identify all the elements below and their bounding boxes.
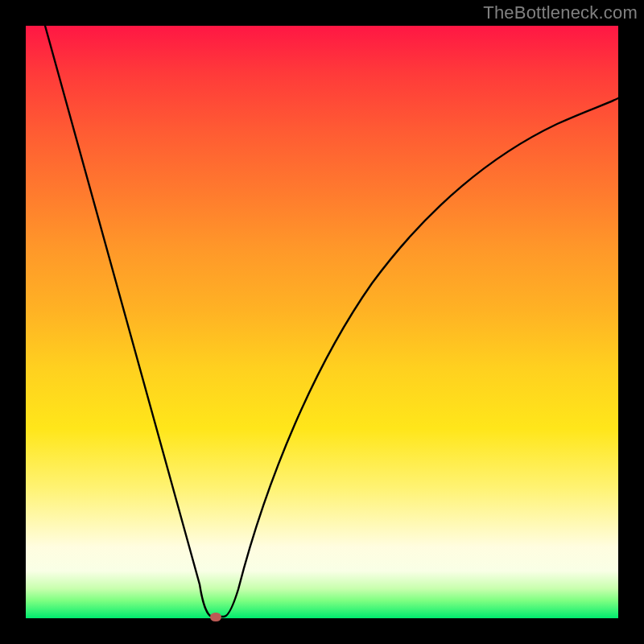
optimal-marker xyxy=(210,613,221,621)
bottleneck-curve xyxy=(26,26,618,618)
watermark-text: TheBottleneck.com xyxy=(483,2,638,23)
curve-path xyxy=(45,26,618,617)
chart-frame: TheBottleneck.com xyxy=(0,0,644,644)
plot-area xyxy=(26,26,618,618)
